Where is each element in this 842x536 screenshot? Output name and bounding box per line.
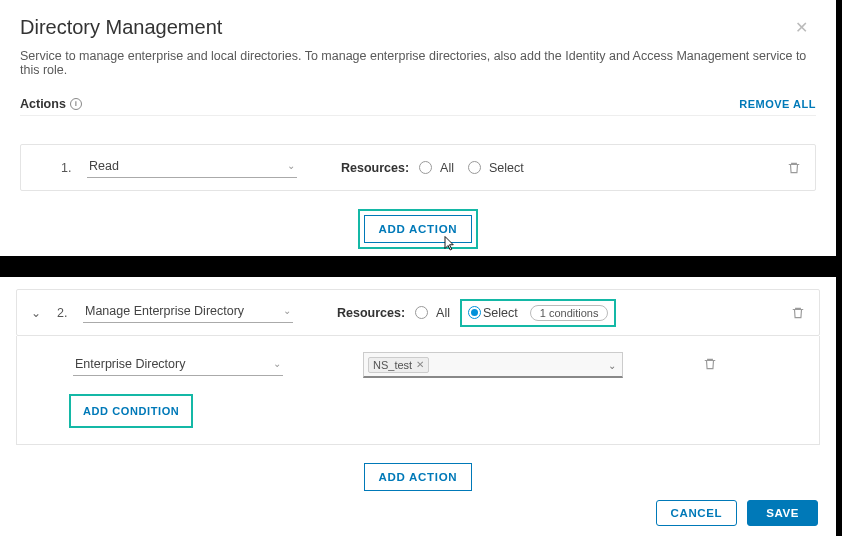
action-type-value: Read — [89, 159, 119, 173]
resources-label: Resources: — [341, 161, 409, 175]
radio-select[interactable] — [468, 161, 481, 174]
action-index: 2. — [57, 306, 83, 320]
chevron-down-icon: ⌄ — [283, 305, 291, 316]
action-index: 1. — [61, 161, 87, 175]
add-condition-button[interactable]: ADD CONDITION — [73, 398, 189, 424]
info-icon[interactable]: i — [70, 98, 82, 110]
expand-toggle[interactable]: ⌄ — [31, 306, 57, 320]
remove-all-link[interactable]: REMOVE ALL — [739, 98, 816, 110]
radio-all-label[interactable]: All — [440, 161, 454, 175]
condition-type-value: Enterprise Directory — [75, 357, 185, 371]
condition-value-field[interactable]: NS_test ✕ ⌄ — [363, 352, 623, 378]
delete-condition-icon[interactable] — [703, 357, 717, 374]
radio-select-label[interactable]: Select — [483, 306, 518, 320]
action-row-2: ⌄ 2. Manage Enterprise Directory ⌄ Resou… — [16, 289, 820, 336]
page-title: Directory Management — [20, 16, 816, 39]
conditions-count-pill: 1 conditions — [530, 305, 609, 321]
delete-action-icon[interactable] — [787, 161, 801, 175]
action-row-1: 1. Read ⌄ Resources: All Select — [20, 144, 816, 191]
actions-header-bar: Actions i REMOVE ALL — [20, 97, 816, 116]
close-icon[interactable]: ✕ — [795, 18, 808, 37]
add-action-button[interactable]: ADD ACTION — [364, 463, 473, 491]
resources-group: Resources: All Select — [341, 161, 532, 175]
chip-remove-icon[interactable]: ✕ — [416, 359, 424, 370]
radio-select[interactable] — [468, 306, 481, 319]
chevron-down-icon: ⌄ — [608, 360, 616, 371]
chevron-down-icon: ⌄ — [287, 160, 295, 171]
dialog-footer: CANCEL SAVE — [656, 500, 818, 526]
condition-type-select[interactable]: Enterprise Directory ⌄ — [73, 355, 283, 376]
page-subtitle: Service to manage enterprise and local d… — [20, 49, 816, 77]
save-button[interactable]: SAVE — [747, 500, 818, 526]
cancel-button[interactable]: CANCEL — [656, 500, 738, 526]
value-chip: NS_test ✕ — [368, 357, 429, 373]
radio-all[interactable] — [419, 161, 432, 174]
resources-group: Resources: All Select 1 conditions — [337, 303, 612, 323]
resources-label: Resources: — [337, 306, 405, 320]
condition-area: Enterprise Directory ⌄ NS_test ✕ ⌄ ADD C… — [16, 336, 820, 445]
action-type-value: Manage Enterprise Directory — [85, 304, 244, 318]
chip-label: NS_test — [373, 359, 412, 371]
radio-select-label[interactable]: Select — [489, 161, 524, 175]
actions-label: Actions i — [20, 97, 82, 111]
chevron-down-icon: ⌄ — [273, 358, 281, 369]
action-type-select[interactable]: Manage Enterprise Directory ⌄ — [83, 302, 293, 323]
radio-all-label[interactable]: All — [436, 306, 450, 320]
delete-action-icon[interactable] — [791, 306, 805, 320]
add-action-button[interactable]: ADD ACTION — [364, 215, 473, 243]
action-type-select[interactable]: Read ⌄ — [87, 157, 297, 178]
actions-label-text: Actions — [20, 97, 66, 111]
radio-all[interactable] — [415, 306, 428, 319]
